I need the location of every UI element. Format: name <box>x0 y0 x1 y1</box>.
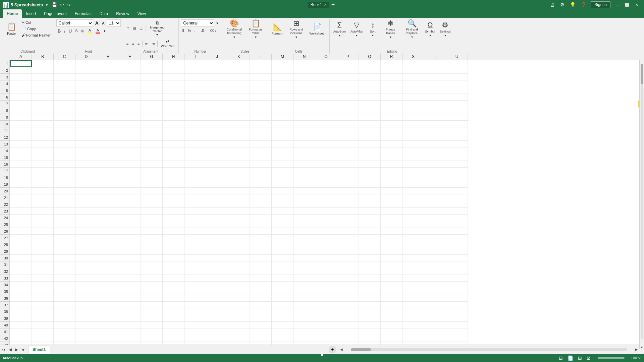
cell-C1[interactable] <box>54 60 75 63</box>
col-header-F[interactable]: F <box>119 54 141 60</box>
col-header-D[interactable]: D <box>75 54 97 60</box>
rows-columns-button[interactable]: ⊞ Rows and Columns ▾ <box>286 19 306 39</box>
col-header-E[interactable]: E <box>97 54 119 60</box>
tab-page-layout[interactable]: Page Layout <box>40 9 70 18</box>
col-header-L[interactable]: L <box>250 54 272 60</box>
col-header-P[interactable]: P <box>337 54 359 60</box>
maximize-button[interactable]: ⬜ <box>623 0 632 9</box>
question-icon[interactable]: ❓ <box>580 1 588 8</box>
print-icon[interactable]: 🖨 <box>549 1 556 8</box>
help-icon[interactable]: 💡 <box>569 1 577 8</box>
col-header-U[interactable]: U <box>446 54 468 60</box>
sign-in-button[interactable]: Sign in <box>591 1 610 8</box>
cell-T1[interactable] <box>424 60 446 63</box>
col-header-A[interactable]: A <box>10 54 32 60</box>
cut-button[interactable]: ✂ Cut <box>20 19 52 25</box>
cell-H1[interactable] <box>163 60 184 63</box>
align-left-button[interactable]: ≡ <box>125 41 130 46</box>
font-name-select[interactable]: Calibri Arial Times New Roman <box>56 19 93 27</box>
cell-D1[interactable] <box>75 60 97 63</box>
cell-F1[interactable] <box>119 60 141 63</box>
format-button[interactable]: 📐 Format - <box>270 19 285 39</box>
book-tab-close-icon[interactable]: ✕ <box>324 3 327 7</box>
auto-filter-button[interactable]: ▽ AutoFilter ▾ <box>349 19 365 39</box>
col-header-I[interactable]: I <box>184 54 206 60</box>
tab-review[interactable]: Review <box>112 9 133 18</box>
cell-A1[interactable] <box>10 60 32 63</box>
align-bottom-button[interactable]: ⊥ <box>138 26 144 32</box>
tab-formulas[interactable]: Formulas <box>71 9 96 18</box>
col-header-O[interactable]: O <box>315 54 337 60</box>
cell-O1[interactable] <box>315 60 337 63</box>
percent-button[interactable]: % <box>186 28 192 33</box>
decrease-indent-button[interactable]: ⇤ <box>144 41 150 47</box>
worksheet-button[interactable]: 📄 Worksheet - <box>308 19 327 39</box>
col-header-G[interactable]: G <box>141 54 163 60</box>
bold-button[interactable]: B <box>56 28 62 34</box>
corner-cell[interactable] <box>0 54 10 60</box>
format-painter-button[interactable]: 🖌 Format Painter <box>20 32 52 38</box>
tab-view[interactable]: View <box>133 9 150 18</box>
minimize-button[interactable]: — <box>613 0 623 9</box>
number-format-dropdown[interactable]: ▾ <box>215 20 220 26</box>
tab-insert[interactable]: Insert <box>22 9 40 18</box>
number-format-select[interactable]: General Number Currency Accounting Date … <box>181 19 214 27</box>
row-header-1[interactable]: 1 <box>0 60 10 63</box>
cell-M1[interactable] <box>272 60 293 63</box>
increase-decimal-button[interactable]: .0↑ <box>200 28 207 33</box>
book-tab-active[interactable]: Book1 <box>311 2 322 7</box>
cell-L1[interactable] <box>250 60 272 63</box>
tab-data[interactable]: Data <box>96 9 112 18</box>
cell-S1[interactable] <box>402 60 424 63</box>
tab-home[interactable]: Home <box>3 9 22 18</box>
col-header-J[interactable]: J <box>206 54 228 60</box>
cell-U1[interactable] <box>446 60 468 63</box>
col-header-K[interactable]: K <box>228 54 250 60</box>
currency-button[interactable]: $ <box>181 28 185 33</box>
borders-button[interactable]: ⊞ <box>80 28 86 34</box>
col-header-T[interactable]: T <box>424 54 446 60</box>
merge-center-button[interactable]: ⧉ Merge and Center ▾ <box>147 19 167 38</box>
copy-button[interactable]: 📄 Copy <box>20 26 52 32</box>
cell-I1[interactable] <box>184 60 206 63</box>
align-right-button[interactable]: ≡ <box>136 41 141 46</box>
redo-button[interactable]: ↪ <box>66 1 72 8</box>
paste-button[interactable]: 📋 Paste <box>3 19 19 39</box>
freeze-panes-button[interactable]: ❄ Freeze Panes ▾ <box>380 19 400 39</box>
undo-button[interactable]: ↩ <box>59 1 65 8</box>
dropdown-arrow-title[interactable]: ▾ <box>46 2 48 7</box>
cell-G1[interactable] <box>141 60 163 63</box>
col-header-Q[interactable]: Q <box>359 54 381 60</box>
auto-sum-button[interactable]: Σ AutoSum ▾ <box>332 19 347 39</box>
decrease-decimal-button[interactable]: .00↓ <box>208 28 218 33</box>
cell-P1[interactable] <box>337 60 359 63</box>
wrap-text-button[interactable]: ↵ Wrap Text <box>159 38 176 49</box>
cell-B1[interactable] <box>32 60 54 63</box>
col-header-M[interactable]: M <box>272 54 293 60</box>
col-header-N[interactable]: N <box>293 54 315 60</box>
cell-J1[interactable] <box>206 60 228 63</box>
col-header-C[interactable]: C <box>54 54 75 60</box>
cell-R1[interactable] <box>381 60 402 63</box>
decrease-font-size-button[interactable]: A <box>101 20 106 26</box>
underline-button[interactable]: U <box>67 28 73 34</box>
align-middle-button[interactable]: ⊟ <box>132 26 138 32</box>
cell-N1[interactable] <box>293 60 315 63</box>
col-header-R[interactable]: R <box>381 54 402 60</box>
sort-button[interactable]: ↕ Sort ▾ <box>366 19 379 39</box>
save-button[interactable]: 💾 <box>51 1 58 8</box>
col-header-H[interactable]: H <box>163 54 184 60</box>
italic-button[interactable]: I <box>63 28 67 34</box>
find-replace-button[interactable]: 🔍 Find and Replace ▾ <box>402 19 422 39</box>
symbol-button[interactable]: Ω Symbol ▾ <box>423 19 437 39</box>
col-header-B[interactable]: B <box>32 54 54 60</box>
settings-ribbon-button[interactable]: ⚙ Settings ▾ <box>438 19 452 39</box>
font-dropdown-button[interactable]: ▾ <box>102 28 107 34</box>
increase-indent-button[interactable]: ⇥ <box>150 41 156 47</box>
cell-K1[interactable] <box>228 60 250 63</box>
font-color-button[interactable]: A <box>94 27 102 34</box>
cell-E1[interactable] <box>97 60 119 63</box>
close-button[interactable]: ✕ <box>632 0 641 9</box>
align-top-button[interactable]: ⊤ <box>125 26 131 32</box>
col-header-S[interactable]: S <box>402 54 424 60</box>
